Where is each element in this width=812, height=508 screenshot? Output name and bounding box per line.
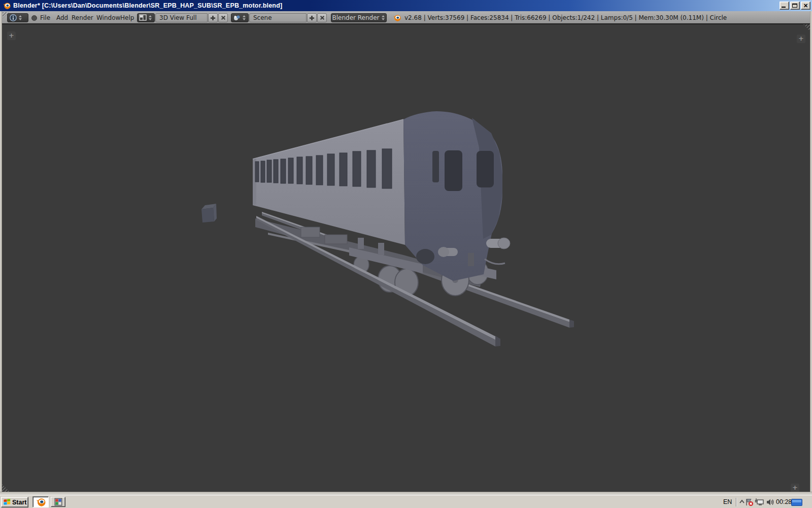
close-button[interactable]: ✕: [801, 2, 810, 10]
menu-file[interactable]: File: [40, 11, 50, 24]
toolbar-expand-button[interactable]: +: [7, 31, 16, 40]
cab-door-window: [432, 151, 439, 182]
coupling-hook: [468, 253, 474, 266]
menu-add[interactable]: Add: [56, 11, 68, 24]
blender-logo-icon: [393, 14, 401, 22]
add-scene-button[interactable]: [307, 13, 317, 22]
screen-layout-name-field[interactable]: 3D View Full: [155, 13, 208, 22]
language-indicator[interactable]: EN: [723, 495, 732, 508]
screen-layout-icon-button[interactable]: [137, 13, 155, 22]
info-editor-icon: [9, 14, 17, 22]
delete-scene-button[interactable]: [317, 13, 327, 22]
scene-icon-button[interactable]: [231, 13, 249, 22]
editor-type-arrows: [19, 15, 22, 20]
menu-render[interactable]: Render: [72, 11, 93, 24]
maximize-button[interactable]: [790, 2, 800, 10]
scene-statistics: v2.68 | Verts:37569 | Faces:25834 | Tris…: [404, 11, 727, 24]
windows-logo-icon: [4, 499, 11, 505]
blender-logo-icon: [36, 497, 46, 507]
screen-layout-arrows: [149, 15, 152, 20]
viewport-scene: [2, 24, 810, 492]
panel-expand-button[interactable]: +: [791, 484, 799, 492]
blender-info-header: File Add Render Window Help 3D View Full: [2, 11, 810, 24]
x-icon: [221, 15, 226, 20]
x-icon: [320, 15, 325, 20]
stray-cube[interactable]: [201, 204, 217, 223]
maximize-icon: [792, 4, 797, 8]
blender-logo-icon: [3, 2, 11, 10]
scene-datablock-icon: [233, 14, 241, 21]
image-viewer-icon: [54, 498, 62, 506]
close-icon: ✕: [801, 2, 810, 9]
sidebar-expand-button[interactable]: +: [797, 35, 805, 43]
minimize-button[interactable]: [780, 2, 789, 10]
start-label: Start: [12, 499, 26, 506]
scene-arrows: [243, 15, 246, 20]
train-carriage-mesh[interactable]: [253, 111, 510, 296]
action-center-flag-icon[interactable]: [745, 498, 754, 506]
taskbar-button-blender[interactable]: [32, 496, 49, 507]
cab-window: [445, 150, 462, 191]
taskbar: Start EN: [0, 495, 812, 508]
clock[interactable]: 00:28: [776, 495, 792, 508]
window-border-right: [810, 11, 812, 492]
menu-help[interactable]: Help: [120, 11, 134, 24]
start-button[interactable]: Start: [1, 497, 28, 507]
plus-icon: [210, 15, 216, 21]
add-layout-button[interactable]: [208, 13, 218, 22]
cab-window: [477, 151, 494, 187]
network-icon[interactable]: [755, 498, 764, 506]
screen-layout-icon: [139, 14, 147, 21]
hide-icons-chevron[interactable]: [739, 498, 745, 506]
render-engine-dropdown[interactable]: Blender Render: [331, 13, 387, 22]
show-desktop-icon[interactable]: [791, 499, 802, 506]
scene-name-field[interactable]: Scene: [249, 13, 307, 22]
menu-window[interactable]: Window: [96, 11, 120, 24]
render-engine-arrows: [382, 15, 385, 20]
collapse-menus-toggle[interactable]: [31, 15, 37, 21]
desktop: Blender* [C:\Users\Dan\Documents\Blender…: [0, 0, 812, 508]
plus-icon: [309, 15, 315, 21]
volume-icon[interactable]: [766, 498, 774, 506]
editor-type-button[interactable]: [7, 13, 28, 22]
tray-separator: [736, 498, 737, 506]
window-titlebar[interactable]: Blender* [C:\Users\Dan\Documents\Blender…: [0, 0, 812, 11]
minimize-icon: [782, 7, 786, 8]
taskbar-button-image-viewer[interactable]: [51, 497, 65, 507]
gangway-plate: [416, 249, 434, 264]
window-title: Blender* [C:\Users\Dan\Documents\Blender…: [13, 2, 282, 9]
render-engine-value: Blender Render: [331, 14, 380, 21]
viewport-3d[interactable]: + + +: [2, 24, 810, 492]
delete-layout-button[interactable]: [218, 13, 228, 22]
